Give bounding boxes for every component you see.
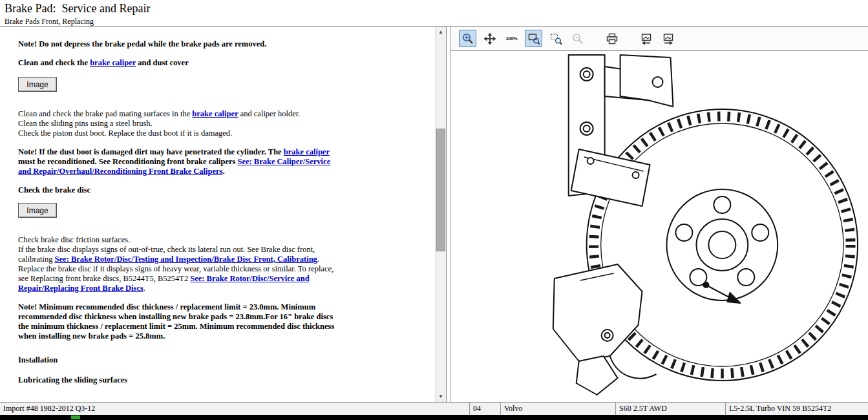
text-fragment: Clean and check the — [18, 58, 90, 67]
text-line: If the brake disc displays signs of out-… — [18, 245, 341, 264]
zoom-100-icon: 100% — [506, 36, 518, 41]
next-image-button[interactable] — [659, 30, 677, 47]
previous-image-button[interactable] — [637, 30, 655, 47]
document-content: Note! Do not depress the brake pedal whi… — [0, 26, 341, 385]
note-dust-boot: Note! If the dust boot is damaged dirt m… — [18, 147, 341, 176]
image-button-2[interactable]: Image — [18, 203, 57, 218]
heading-check-brake-disc: Check the brake disc — [18, 185, 341, 195]
heading-installation: Installation — [18, 355, 341, 365]
link-brake-caliper[interactable]: brake caliper — [284, 147, 330, 156]
page-header: Brake Pad: Service and Repair Brake Pads… — [0, 0, 868, 26]
illustration-panel: 100% — [450, 26, 868, 402]
zoom-fit-icon — [527, 32, 540, 45]
text-line: Clean and check the brake pad mating sur… — [18, 109, 341, 119]
text-line: Check the piston dust boot. Replace the … — [18, 129, 341, 138]
zoom-100-button[interactable]: 100% — [503, 30, 520, 47]
statusbar-engine: L5-2.5L Turbo VIN 59 B5254T2 — [726, 403, 868, 415]
text-fragment: and caliper holder. — [238, 109, 301, 118]
print-button[interactable] — [603, 30, 620, 47]
zoom-out-icon — [571, 32, 584, 45]
text-line: Clean the sliding pins using a steel bru… — [18, 119, 341, 129]
scrollbar-thumb[interactable] — [436, 129, 445, 251]
statusbar-model: S60 2.5T AWD — [616, 403, 726, 415]
paragraph-check-disc: Check brake disc friction surfaces. If t… — [18, 235, 341, 293]
print-icon — [606, 32, 619, 45]
status-bar: Import #48 1982-2012 Q3-12 04 Volvo S60 … — [0, 402, 868, 415]
text-fragment: . — [317, 255, 319, 264]
link-brake-caliper[interactable]: brake caliper — [192, 109, 238, 118]
illustration-canvas — [451, 51, 868, 402]
note-pedal: Note! Do not depress the brake pedal whi… — [18, 39, 341, 49]
text-line: Check brake disc friction surfaces. — [18, 235, 341, 245]
statusbar-code: 04 — [470, 403, 501, 415]
pan-icon — [483, 32, 496, 45]
statusbar-make: Volvo — [501, 403, 616, 415]
note-disc-thickness: Note! Minimum recommended disc thickness… — [18, 302, 341, 341]
text-fragment: Clean and check the brake pad mating sur… — [18, 109, 192, 118]
link-brake-disc-front-calibrating[interactable]: See: Brake Rotor/Disc/Testing and Inspec… — [55, 255, 317, 264]
zoom-in-icon — [461, 32, 474, 45]
page-subtitle: Brake Pads Front, Replacing — [5, 17, 868, 26]
left-panel-scrollbar[interactable]: ▲ ▼ — [435, 26, 446, 402]
scroll-down-arrow-icon[interactable]: ▼ — [436, 391, 446, 402]
heading-lubricating: Lubricating the sliding surfaces — [18, 375, 341, 385]
text-fragment: must be reconditioned. See Reconditionin… — [18, 157, 237, 166]
text-fragment: and dust cover — [136, 58, 189, 67]
zoom-window-icon — [549, 32, 562, 45]
document-panel: Note! Do not depress the brake pedal whi… — [0, 26, 447, 402]
page-title: Brake Pad: Service and Repair — [5, 2, 868, 16]
heading-clean-caliper: Clean and check the brake caliper and du… — [18, 58, 341, 68]
image-button-1[interactable]: Image — [18, 77, 57, 92]
zoom-window-button[interactable] — [547, 30, 564, 47]
text-fragment: Note! If the dust boot is damaged dirt m… — [18, 147, 284, 156]
pan-button[interactable] — [481, 30, 498, 47]
text-fragment: . — [222, 167, 224, 176]
zoom-in-button[interactable] — [459, 30, 476, 47]
main-area: Note! Do not depress the brake pedal whi… — [0, 26, 868, 402]
taskbar-item-icon[interactable] — [71, 415, 80, 419]
text-fragment: . — [143, 284, 145, 293]
previous-image-icon — [640, 32, 653, 45]
image-toolbar: 100% — [451, 26, 868, 51]
brake-assembly-illustration — [451, 51, 868, 402]
text-line: Replace the brake disc if it displays si… — [18, 264, 341, 293]
paragraph-clean-pads: Clean and check the brake pad mating sur… — [18, 109, 341, 138]
statusbar-import-info: Import #48 1982-2012 Q3-12 — [0, 403, 470, 415]
zoom-out-button[interactable] — [569, 30, 586, 47]
taskbar — [0, 415, 868, 420]
zoom-fit-button[interactable] — [525, 30, 542, 47]
scroll-up-arrow-icon[interactable]: ▲ — [436, 26, 446, 37]
link-brake-caliper[interactable]: brake caliper — [90, 58, 136, 67]
next-image-icon — [662, 32, 675, 45]
